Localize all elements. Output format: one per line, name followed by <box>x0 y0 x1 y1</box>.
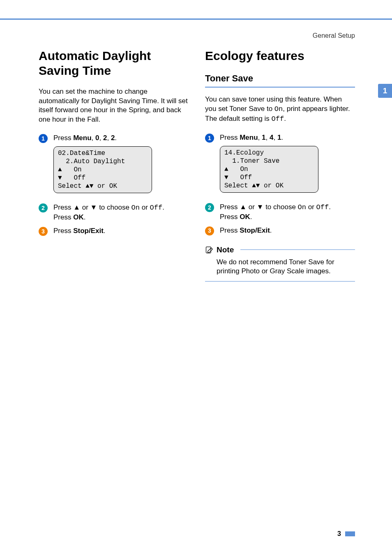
lcd-display-left: 02.Date&Time 2.Auto Daylight ▲ On ▼ Off … <box>53 146 152 193</box>
step-1-left: 1 Press Menu, 0, 2, 2. 02.Date&Time 2.Au… <box>39 134 189 199</box>
step-2-right: 2 Press ▲ or ▼ to choose On or Off. Pres… <box>205 203 355 222</box>
chapter-tab: 1 <box>378 84 392 98</box>
down-arrow-icon: ▼ <box>257 203 264 211</box>
page-content: Automatic Daylight Saving Time You can s… <box>0 40 392 282</box>
step-3-right: 3 Press Stop/Exit. <box>205 226 355 235</box>
heading-ecology: Ecology features <box>205 48 355 63</box>
subheading-toner-save: Toner Save <box>205 72 355 88</box>
step-badge-1-icon: 1 <box>39 134 48 143</box>
note-block: Note We do not recommend Toner Save for … <box>205 245 355 282</box>
step-badge-3-icon: 3 <box>39 227 48 236</box>
note-body: We do not recommend Toner Save for print… <box>205 258 355 282</box>
note-title: Note <box>217 245 234 255</box>
right-column: Ecology features Toner Save You can save… <box>205 48 355 282</box>
left-column: Automatic Daylight Saving Time You can s… <box>39 48 189 282</box>
step-1-right: 1 Press Menu, 1, 4, 1. 14.Ecology 1.Tone… <box>205 133 355 199</box>
intro-daylight: You can set the machine to change automa… <box>39 87 189 125</box>
step-2-left-text: Press ▲ or ▼ to choose On or Off. Press … <box>53 203 189 222</box>
page-header: General Setup <box>0 20 392 40</box>
step-3-left-text: Press Stop/Exit. <box>53 226 189 236</box>
down-arrow-icon: ▼ <box>90 203 97 211</box>
step-3-right-text: Press Stop/Exit. <box>220 226 355 235</box>
heading-daylight: Automatic Daylight Saving Time <box>39 48 189 78</box>
step-1-right-text: Press Menu, 1, 4, 1. <box>220 133 355 143</box>
step-2-right-text: Press ▲ or ▼ to choose On or Off. Press … <box>220 203 355 222</box>
step-badge-2-icon: 2 <box>205 203 214 212</box>
up-arrow-icon: ▲ <box>73 203 80 211</box>
top-border <box>0 0 392 20</box>
page-accent-icon <box>345 531 355 536</box>
step-badge-2-icon: 2 <box>39 203 48 212</box>
step-badge-1-icon: 1 <box>205 134 214 143</box>
up-arrow-icon: ▲ <box>240 203 247 211</box>
svg-rect-0 <box>206 247 211 253</box>
note-divider <box>240 249 355 250</box>
step-badge-3-icon: 3 <box>205 226 214 235</box>
lcd-display-right: 14.Ecology 1.Toner Save ▲ On ▼ Off Selec… <box>220 146 318 193</box>
intro-toner-save: You can save toner using this feature. W… <box>205 95 355 124</box>
page-number: 3 <box>337 529 355 538</box>
note-icon <box>205 246 213 254</box>
step-3-left: 3 Press Stop/Exit. <box>39 226 189 236</box>
step-1-left-text: Press Menu, 0, 2, 2. <box>53 134 189 143</box>
step-2-left: 2 Press ▲ or ▼ to choose On or Off. Pres… <box>39 203 189 222</box>
